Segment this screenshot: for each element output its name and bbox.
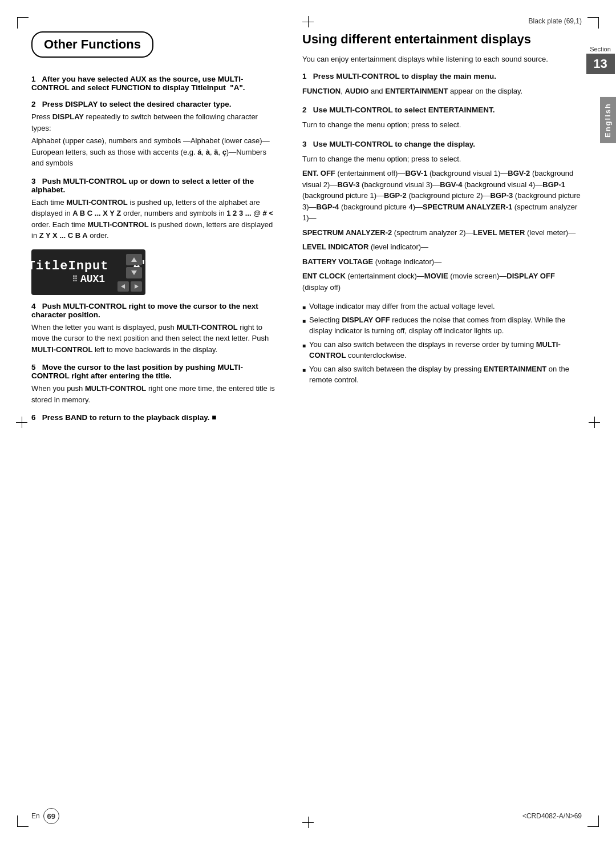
step-3-title: 3 Push MULTI-CONTROL up or down to selec… xyxy=(31,177,279,194)
bullet-sym-2: ■ xyxy=(302,317,306,337)
step-1: 1 After you have selected AUX as the sou… xyxy=(31,75,279,92)
bullet-sym-3: ■ xyxy=(302,341,306,361)
right-step-1-body: FUNCTION, AUDIO and ENTERTAINMENT appear… xyxy=(302,86,582,97)
step-6: 6 Press BAND to return to the playback d… xyxy=(31,413,279,422)
svg-marker-1 xyxy=(131,270,137,275)
bullet-sym-1: ■ xyxy=(302,303,306,312)
footer-en-text: En xyxy=(31,812,40,820)
bullet-2-text: Selecting DISPLAY OFF reduces the noise … xyxy=(309,314,582,337)
svg-marker-2 xyxy=(121,284,125,289)
right-arrow-icon xyxy=(133,284,139,289)
step-3-body: Each time MULTI-CONTROL is pushed up, le… xyxy=(31,197,279,241)
step-2: 2 Press DISPLAY to select the desired ch… xyxy=(31,100,279,169)
left-column: Other Functions 1 After you have selecte… xyxy=(31,31,294,813)
crosshair-right xyxy=(589,417,600,428)
step-4-body: When the letter you want is displayed, p… xyxy=(31,322,279,356)
right-step-2-body: Turn to change the menu option; press to… xyxy=(302,119,582,131)
right-intro: You can enjoy entertainment displays whi… xyxy=(302,54,582,65)
section-badge: Section 13 xyxy=(585,46,616,74)
footer: En 69 <CRD4082-A/N>69 xyxy=(31,808,582,824)
svg-marker-3 xyxy=(135,284,139,289)
step-6-title: 6 Press BAND to return to the playback d… xyxy=(31,413,279,422)
main-content: Other Functions 1 After you have selecte… xyxy=(31,31,582,813)
bullet-2: ■ Selecting DISPLAY OFF reduces the nois… xyxy=(302,314,582,337)
footer-page-number: 69 xyxy=(43,808,59,824)
right-step-3-title: 3 Use MULTI-CONTROL to change the displa… xyxy=(302,139,582,151)
step-3: 3 Push MULTI-CONTROL up or down to selec… xyxy=(31,177,279,241)
section-label: Section xyxy=(590,46,611,53)
step-5: 5 Move the cursor to the last position b… xyxy=(31,363,279,405)
step-2-body: Press DISPLAY repeatedly to switch betwe… xyxy=(31,111,279,169)
bullet-4: ■ You can also switch between the displa… xyxy=(302,364,582,386)
title-input-display: TitleInput "A" ⠿ AUX1 xyxy=(31,249,145,295)
corner-br xyxy=(587,815,599,827)
crosshair-top xyxy=(302,16,314,27)
corner-tr xyxy=(587,17,599,29)
step-5-body: When you push MULTI-CONTROL right one mo… xyxy=(31,383,279,405)
display-row2: ⠿ AUX1 xyxy=(72,273,105,285)
right-step-2: 2 Use MULTI-CONTROL to select ENTERTAINM… xyxy=(302,104,582,130)
up-arrow-icon xyxy=(131,257,137,263)
bullet-1-text: Voltage indicator may differ from the ac… xyxy=(309,301,495,312)
bullet-4-text: You can also switch between the display … xyxy=(309,364,582,386)
step-5-title: 5 Move the cursor to the last position b… xyxy=(31,363,279,380)
bullet-3-text: You can also switch between the displays… xyxy=(309,339,582,361)
right-step-3: 3 Use MULTI-CONTROL to change the displa… xyxy=(302,139,582,293)
step-2-title: 2 Press DISPLAY to select the desired ch… xyxy=(31,100,279,108)
step-4: 4 Push MULTI-CONTROL right to move the c… xyxy=(31,302,279,356)
step-1-title: 1 After you have selected AUX as the sou… xyxy=(31,75,279,92)
corner-tl xyxy=(17,17,29,29)
right-column: Using different entertainment displays Y… xyxy=(294,31,582,813)
right-step-3-body: Turn to change the menu option; press to… xyxy=(302,154,582,293)
english-tab: English xyxy=(600,97,616,143)
right-body: You can enjoy entertainment displays whi… xyxy=(302,54,582,386)
right-heading: Using different entertainment displays xyxy=(302,31,582,48)
bullet-sym-4: ■ xyxy=(302,366,306,386)
left-arrow-icon xyxy=(120,284,126,289)
section-number: 13 xyxy=(586,54,615,74)
footer-left: En 69 xyxy=(31,808,59,824)
down-arrow-icon xyxy=(131,270,137,276)
bullet-1: ■ Voltage indicator may differ from the … xyxy=(302,301,582,312)
page-header: Black plate (69,1) xyxy=(529,17,582,25)
footer-code: <CRD4082-A/N>69 xyxy=(522,812,582,820)
bullet-3: ■ You can also switch between the displa… xyxy=(302,339,582,361)
step-4-title: 4 Push MULTI-CONTROL right to move the c… xyxy=(31,302,279,319)
crosshair-left xyxy=(16,417,27,428)
corner-bl xyxy=(17,815,29,827)
other-functions-heading: Other Functions xyxy=(31,31,153,58)
svg-marker-0 xyxy=(131,257,137,262)
right-step-2-title: 2 Use MULTI-CONTROL to select ENTERTAINM… xyxy=(302,104,582,116)
right-step-1: 1 Press MULTI-CONTROL to display the mai… xyxy=(302,71,582,96)
right-step-1-title: 1 Press MULTI-CONTROL to display the mai… xyxy=(302,71,582,83)
